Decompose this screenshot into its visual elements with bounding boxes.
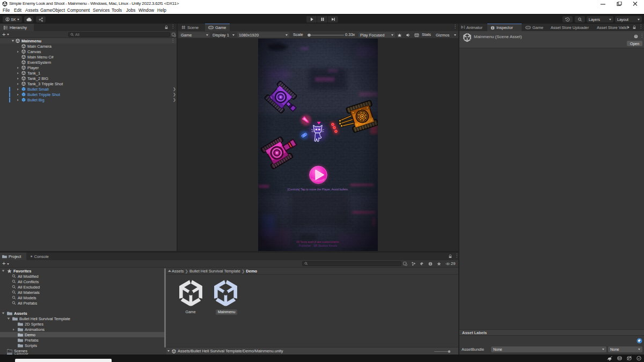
- svg-text:?: ?: [635, 35, 637, 38]
